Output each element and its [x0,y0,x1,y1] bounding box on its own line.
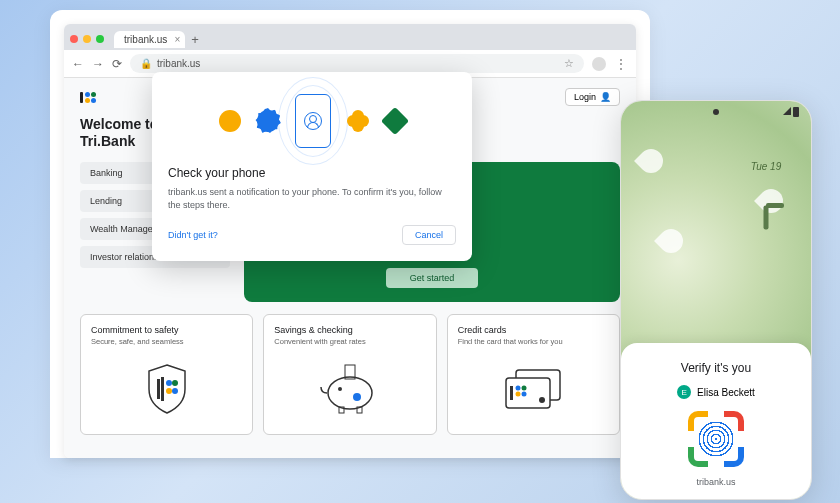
user-name: Elisa Beckett [697,387,755,398]
svg-rect-1 [161,377,164,401]
get-started-button[interactable]: Get started [386,268,479,288]
check-phone-modal: Check your phone tribank.us sent a notif… [152,72,472,261]
sheet-domain: tribank.us [637,477,795,487]
flower-decoration [651,221,691,261]
modal-artwork [168,94,456,148]
menu-icon[interactable]: ⋮ [614,56,628,72]
diamond-icon [381,107,409,135]
url-text: tribank.us [157,58,200,69]
credit-card-icon [458,354,609,424]
new-tab-button[interactable]: + [191,32,199,47]
forward-icon[interactable]: → [92,57,104,71]
reload-icon[interactable]: ⟳ [112,57,122,71]
maximize-window-icon[interactable] [96,35,104,43]
card-credit[interactable]: Credit cards Find the card that works fo… [447,314,620,435]
bookmark-icon[interactable]: ☆ [564,57,574,70]
tab-bar: tribank.us × + [64,24,636,50]
camera-icon [713,109,719,115]
svg-point-18 [522,391,527,396]
sheet-title: Verify it's you [637,361,795,375]
lock-icon: 🔒 [140,58,152,69]
svg-point-17 [516,391,521,396]
card-safety[interactable]: Commitment to safety Secure, safe, and s… [80,314,253,435]
minimize-window-icon[interactable] [83,35,91,43]
svg-point-15 [516,385,521,390]
window-controls [70,35,104,43]
didnt-get-it-link[interactable]: Didn't get it? [168,230,218,240]
clock-icon [741,178,791,228]
address-bar[interactable]: 🔒 tribank.us ☆ [130,54,584,73]
web-page: Login 👤 Welcome to Tri.Bank Banking› Len… [64,78,636,458]
svg-point-11 [353,393,361,401]
piggy-bank-icon [274,354,425,424]
tribank-logo[interactable] [80,92,96,103]
person-icon: 👤 [600,92,611,102]
back-icon[interactable]: ← [72,57,84,71]
laptop-frame: tribank.us × + ← → ⟳ 🔒 tribank.us ☆ ⋮ [50,10,650,458]
profile-avatar-icon[interactable] [592,57,606,71]
signal-icon [783,107,791,115]
svg-point-5 [172,388,178,394]
sheet-user: E Elisa Beckett [637,385,795,399]
person-icon [304,112,322,130]
login-button[interactable]: Login 👤 [565,88,620,106]
phone-mockup: Tue 19 Verify it's you E Elisa Beckett t… [620,100,812,500]
cancel-button[interactable]: Cancel [402,225,456,245]
battery-icon [793,107,799,117]
tab-title: tribank.us [124,34,167,45]
svg-point-4 [166,388,172,394]
svg-point-19 [539,397,545,403]
svg-point-7 [338,387,342,391]
card-savings[interactable]: Savings & checking Convenient with great… [263,314,436,435]
modal-body: tribank.us sent a notification to your p… [168,186,456,211]
svg-point-16 [522,385,527,390]
fingerprint-button[interactable] [688,411,744,467]
flower-decoration [631,141,671,181]
shield-icon [91,354,242,424]
svg-rect-14 [510,386,513,400]
browser-tab[interactable]: tribank.us × [114,31,185,48]
svg-point-6 [328,377,372,409]
svg-point-3 [172,380,178,386]
clock-date: Tue 19 [741,161,791,172]
browser-window: tribank.us × + ← → ⟳ 🔒 tribank.us ☆ ⋮ [64,24,636,458]
user-avatar-badge: E [677,385,691,399]
quatrefoil-icon [347,110,369,132]
fingerprint-icon [698,421,734,457]
gear-icon [257,110,279,132]
close-window-icon[interactable] [70,35,78,43]
svg-point-2 [166,380,172,386]
login-label: Login [574,92,596,102]
card-row: Commitment to safety Secure, safe, and s… [80,314,620,435]
modal-title: Check your phone [168,166,456,180]
circle-icon [219,110,241,132]
phone-outline-icon [295,94,331,148]
svg-rect-0 [157,379,160,399]
clock-widget: Tue 19 [741,161,791,228]
verify-sheet: Verify it's you E Elisa Beckett tribank.… [621,343,811,499]
close-tab-icon[interactable]: × [175,34,181,45]
